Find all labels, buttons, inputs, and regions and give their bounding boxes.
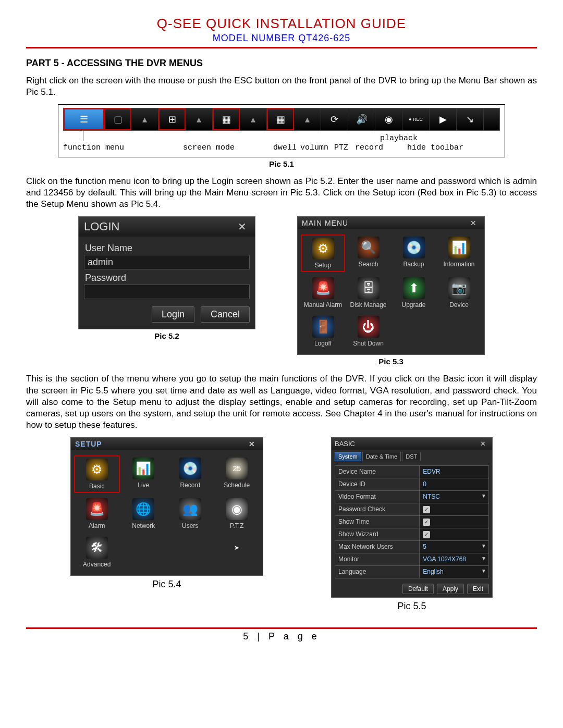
setting-value-device-id[interactable]: 0: [420, 478, 489, 490]
setup-item-ptz[interactable]: ◉P.T.Z: [214, 496, 260, 532]
caption-5-2: Pic 5.2: [78, 331, 255, 340]
ptz-icon: ◉: [385, 114, 393, 125]
label-screen-mode: screen mode: [183, 143, 235, 152]
menu-item-label: Manual Alarm: [301, 301, 345, 309]
setup-item-schedule[interactable]: 25Schedule: [214, 455, 260, 493]
figure-5-5: BASIC ✕ SystemDate & TimeDST Device Name…: [331, 437, 493, 612]
menu-item-label: Schedule: [214, 482, 260, 489]
function-menu-button[interactable]: ☰: [64, 108, 104, 130]
advanced-icon: 🛠: [86, 537, 108, 559]
setting-label-show-time: Show Time: [335, 515, 420, 528]
setup-item-record[interactable]: 💿Record: [167, 455, 213, 493]
setting-value-video-format[interactable]: NTSC▼: [420, 490, 489, 503]
screen-mode-16-up[interactable]: ▴: [294, 108, 321, 130]
setup-item-basic[interactable]: ⚙Basic: [74, 455, 120, 493]
page-number: 5 | P a g e: [26, 631, 537, 642]
setting-value-password-check[interactable]: ✓: [420, 503, 489, 515]
login-button[interactable]: Login: [152, 306, 194, 323]
hide-toolbar-button[interactable]: ↘: [457, 108, 484, 130]
record-button[interactable]: ● REC: [402, 108, 430, 130]
setting-value-device-name[interactable]: EDVR: [420, 465, 489, 478]
record-icon: 💿: [179, 458, 201, 479]
main-menu-item-manual-alarm[interactable]: 🚨Manual Alarm: [301, 275, 345, 311]
chevron-down-icon: ▼: [481, 568, 486, 574]
basic-icon: ⚙: [86, 459, 108, 480]
main-menu-item-search[interactable]: 🔍Search: [346, 235, 390, 272]
setup-item-live[interactable]: 📊Live: [121, 455, 167, 493]
ptz-icon: ◉: [226, 498, 248, 520]
main-menu-item-upgrade[interactable]: ⬆Upgrade: [391, 275, 436, 311]
close-icon[interactable]: ✕: [235, 220, 250, 233]
password-label: Password: [84, 273, 250, 283]
paragraph-3: This is the section of the menu where yo…: [26, 373, 537, 430]
model-number: MODEL NUMBER QT426-625: [26, 33, 537, 44]
manual-alarm-icon: 🚨: [312, 277, 334, 299]
basic-title: BASIC: [335, 440, 355, 448]
label-dwell: dwell: [273, 143, 297, 152]
tab-dst[interactable]: DST: [402, 452, 421, 461]
main-menu-item-device[interactable]: 📷Device: [437, 275, 481, 311]
password-input[interactable]: [84, 285, 250, 299]
figure-5-2: LOGIN ✕ User Name admin Password Login C…: [78, 216, 255, 340]
label-hide-toolbar: hide toolbar: [407, 143, 463, 152]
close-icon[interactable]: ✕: [246, 440, 259, 448]
disk-manage-icon: 🗄: [358, 277, 380, 299]
dwell-button[interactable]: ⟳: [321, 108, 348, 130]
menu-item-label: Setup: [302, 262, 344, 269]
volume-button[interactable]: 🔊: [348, 108, 375, 130]
main-menu-item-disk-manage[interactable]: 🗄Disk Manage: [346, 275, 390, 311]
screen-mode-9-up[interactable]: ▴: [240, 108, 267, 130]
label-record: record: [355, 143, 383, 152]
tab-date-time[interactable]: Date & Time: [362, 452, 401, 461]
playback-button[interactable]: ▶: [430, 108, 457, 130]
screen-mode-4-up[interactable]: ▴: [186, 108, 213, 130]
setup-item-users[interactable]: 👥Users: [167, 496, 213, 532]
main-menu-item-setup[interactable]: ⚙Setup: [301, 235, 345, 272]
screen-mode-4[interactable]: ⊞: [158, 108, 186, 130]
setting-value-show-time[interactable]: ✓: [420, 515, 489, 528]
refresh-icon: ⟳: [331, 114, 338, 125]
setting-label-max-network-users: Max Network Users: [335, 540, 420, 553]
figure-5-1: ☰ ▢ ▴ ⊞ ▴ ▦ ▴ ▦ ▴ ⟳ 🔊 ◉ ● REC ▶ ↘ functi…: [58, 104, 505, 157]
screen-mode-1[interactable]: ▢: [104, 108, 131, 130]
main-menu-item-shut-down[interactable]: ⏻Shut Down: [346, 314, 390, 349]
default-button[interactable]: Default: [402, 584, 434, 594]
menu-item-label: Logoff: [301, 340, 345, 347]
device-icon: 📷: [448, 277, 470, 299]
close-icon[interactable]: ✕: [477, 440, 489, 448]
setup-item-alarm[interactable]: 🚨Alarm: [74, 496, 120, 532]
menu-item-label: Network: [121, 522, 167, 529]
exit-button[interactable]: Exit: [467, 584, 489, 594]
figure-5-3: MAIN MENU ✕ ⚙Setup🔍Search💿Backup📊Informa…: [297, 216, 485, 366]
cancel-button[interactable]: Cancel: [201, 306, 250, 323]
doc-title: Q-SEE QUICK INSTALLATION GUIDE: [26, 16, 537, 32]
setting-label-monitor: Monitor: [335, 553, 420, 565]
paragraph-1: Right click on the screen with the mouse…: [26, 75, 537, 98]
screen-mode-16[interactable]: ▦: [267, 108, 294, 130]
logoff-icon: 🚪: [312, 316, 334, 338]
part-heading: PART 5 - ACCESSING THE DVR MENUS: [26, 58, 537, 69]
menu-item-label: Advanced: [74, 561, 120, 568]
main-menu-item-information[interactable]: 📊Information: [437, 235, 481, 272]
user-name-input[interactable]: admin: [84, 255, 250, 269]
main-menu-item-backup[interactable]: 💿Backup: [391, 235, 436, 272]
menu-item-label: Search: [346, 261, 390, 268]
backup-icon: 💿: [403, 237, 425, 258]
setup-item-network[interactable]: 🌐Network: [121, 496, 167, 532]
setup-item-advanced[interactable]: 🛠Advanced: [74, 535, 120, 570]
apply-button[interactable]: Apply: [437, 584, 464, 594]
setting-value-monitor[interactable]: VGA 1024X768▼: [420, 553, 489, 565]
ptz-button[interactable]: ◉: [375, 108, 402, 130]
setting-value-language[interactable]: English▼: [420, 565, 489, 578]
setting-value-show-wizzard[interactable]: ✓: [420, 528, 489, 540]
menu-item-label: Basic: [75, 483, 119, 490]
screen-mode-9[interactable]: ▦: [213, 108, 240, 130]
main-menu-item-logoff[interactable]: 🚪Logoff: [301, 314, 345, 349]
close-icon[interactable]: ✕: [467, 219, 480, 227]
screen-mode-1-up[interactable]: ▴: [131, 108, 158, 130]
menu-item-label: Alarm: [74, 522, 120, 529]
tab-system[interactable]: System: [335, 452, 361, 461]
setting-label-video-format: Video Format: [335, 490, 420, 503]
menu-icon: ☰: [80, 114, 88, 125]
setting-value-max-network-users[interactable]: 5▼: [420, 540, 489, 553]
